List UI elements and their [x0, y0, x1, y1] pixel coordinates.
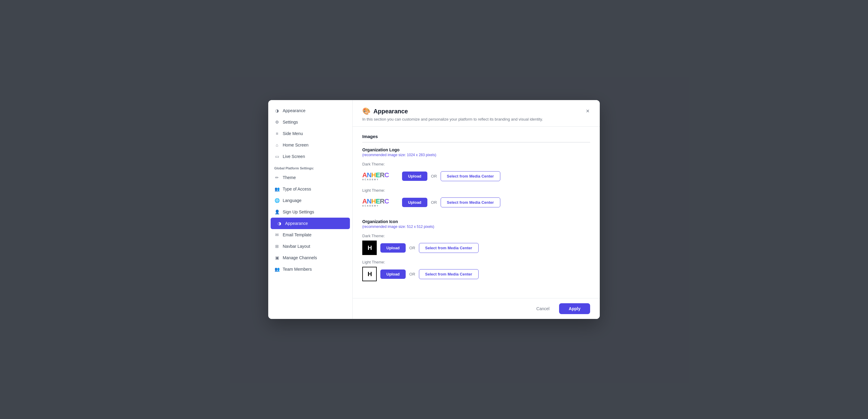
logo-light-theme-label: Light Theme: [362, 188, 590, 192]
cancel-button[interactable]: Cancel [530, 303, 556, 314]
screen-icon: ▭ [274, 154, 280, 159]
sidebar-item-email-template[interactable]: ✉ Email Template [268, 229, 352, 241]
modal-overlay: ◑ Appearance ⚙ Settings ≡ Side Menu ⌂ Ho… [0, 0, 868, 419]
sidebar-item-settings[interactable]: ⚙ Settings [268, 116, 352, 128]
sidebar-item-label: Language [283, 198, 301, 203]
logo-light-text: ANHERC [362, 198, 389, 205]
org-icon-title: Organization Icon [362, 219, 590, 224]
apply-button[interactable]: Apply [559, 303, 590, 314]
sidebar-item-label: Home Screen [283, 143, 309, 147]
sidebar-item-side-menu[interactable]: ≡ Side Menu [268, 128, 352, 139]
logo-dark-preview: ANHERC ACADEMY [362, 169, 398, 183]
appearance-active-icon: ◑ [277, 221, 282, 226]
team-icon: 👥 [274, 267, 280, 272]
org-logo-block: Organization Logo (recommended image siz… [362, 147, 590, 210]
main-panel: 🎨 Appearance In this section you can cus… [352, 100, 600, 319]
org-logo-subtitle: (recommended image size: 1024 x 283 pixe… [362, 153, 590, 157]
logo-light-upload-button[interactable]: Upload [402, 198, 427, 207]
icon-dark-or-text: OR [409, 246, 415, 250]
header-title-row: 🎨 Appearance [362, 107, 590, 115]
sidebar-item-sign-up-settings[interactable]: 👤 Sign Up Settings [268, 206, 352, 218]
channels-icon: ▣ [274, 255, 280, 261]
sidebar: ◑ Appearance ⚙ Settings ≡ Side Menu ⌂ Ho… [268, 100, 352, 319]
gear-icon: ⚙ [274, 119, 280, 125]
logo-dark-upload-button[interactable]: Upload [402, 172, 427, 181]
appearance-top-icon: ◑ [274, 108, 280, 113]
sidebar-item-label: Type of Access [283, 187, 311, 191]
sidebar-section-label: Global Platform Settings: [268, 162, 352, 172]
logo-dark-sub: ACADEMY [362, 178, 389, 181]
icon-dark-symbol: H [368, 244, 371, 251]
sidebar-item-label: Sign Up Settings [283, 210, 314, 214]
logo-dark-select-media-button[interactable]: Select from Media Center [441, 171, 500, 181]
org-icon-subtitle: (recommended image size: 512 x 512 pixel… [362, 225, 590, 229]
sidebar-item-label: Side Menu [283, 131, 303, 136]
logo-light-preview: ANHERC ACADEMY [362, 195, 398, 210]
sidebar-item-manage-channels[interactable]: ▣ Manage Channels [268, 252, 352, 264]
sidebar-item-language[interactable]: 🌐 Language [268, 195, 352, 206]
sidebar-item-appearance-active[interactable]: ◑ Appearance [271, 218, 350, 229]
sidebar-item-label: Settings [283, 120, 298, 124]
close-button[interactable]: × [583, 106, 592, 116]
logo-dark-upload-row: ANHERC ACADEMY Upload OR Select from Med… [362, 169, 590, 183]
sidebar-item-appearance-top[interactable]: ◑ Appearance [268, 105, 352, 116]
icon-dark-upload-button[interactable]: Upload [380, 243, 406, 252]
icon-dark-preview: H [362, 241, 377, 255]
logo-light-or-text: OR [431, 200, 437, 205]
icon-light-theme-row: Light Theme: H Upload OR Select from Med… [362, 260, 590, 281]
icon-light-preview: H [362, 267, 377, 281]
globe-icon: 🌐 [274, 198, 280, 203]
sidebar-item-label: Email Template [283, 232, 311, 237]
icon-light-theme-label: Light Theme: [362, 260, 590, 264]
sidebar-item-theme[interactable]: ✏ Theme [268, 172, 352, 183]
sidebar-item-label: Appearance [285, 221, 308, 226]
sidebar-item-label: Theme [283, 175, 296, 180]
modal-title: Appearance [373, 108, 408, 115]
logo-dark-theme-label: Dark Theme: [362, 162, 590, 167]
modal-subtitle: In this section you can customize and pe… [362, 117, 590, 121]
org-logo-title: Organization Logo [362, 147, 590, 152]
logo-light-sub: ACADEMY [362, 205, 389, 207]
main-header: 🎨 Appearance In this section you can cus… [352, 100, 600, 127]
logo-dark-text: ANHERC [362, 172, 389, 178]
person-icon: 👤 [274, 209, 280, 215]
icon-light-upload-row: H Upload OR Select from Media Center [362, 267, 590, 281]
modal-footer: Cancel Apply [352, 298, 600, 319]
sidebar-item-home-screen[interactable]: ⌂ Home Screen [268, 139, 352, 151]
org-icon-block: Organization Icon (recommended image siz… [362, 219, 590, 281]
logo-light-upload-row: ANHERC ACADEMY Upload OR Select from Med… [362, 195, 590, 210]
logo-light-select-media-button[interactable]: Select from Media Center [441, 198, 500, 207]
icon-light-or-text: OR [409, 272, 415, 276]
email-icon: ✉ [274, 232, 280, 238]
sidebar-item-type-of-access[interactable]: 👥 Type of Access [268, 183, 352, 195]
sidebar-item-label: Appearance [283, 108, 306, 113]
logo-light-theme-row: Light Theme: ANHERC ACADEMY Uploa [362, 188, 590, 210]
icon-dark-upload-row: H Upload OR Select from Media Center [362, 241, 590, 255]
sidebar-item-label: Manage Channels [283, 255, 317, 260]
pencil-icon: ✏ [274, 175, 280, 180]
icon-dark-theme-label: Dark Theme: [362, 234, 590, 238]
sidebar-item-navbar-layout[interactable]: ⊞ Navbar Layout [268, 241, 352, 252]
icon-dark-select-media-button[interactable]: Select from Media Center [419, 243, 478, 253]
main-body: Images Organization Logo (recommended im… [352, 127, 600, 298]
logo-dark-or-text: OR [431, 174, 437, 178]
sidebar-item-label: Team Members [283, 267, 312, 272]
people-icon: 👥 [274, 186, 280, 192]
appearance-modal: ◑ Appearance ⚙ Settings ≡ Side Menu ⌂ Ho… [268, 100, 600, 319]
logo-dark-theme-row: Dark Theme: ANHERC ACADEMY Upload [362, 162, 590, 183]
icon-light-select-media-button[interactable]: Select from Media Center [419, 269, 478, 279]
sidebar-item-label: Navbar Layout [283, 244, 310, 249]
icon-dark-theme-row: Dark Theme: H Upload OR Select from Medi… [362, 234, 590, 255]
sidebar-item-live-screen[interactable]: ▭ Live Screen [268, 151, 352, 162]
menu-icon: ≡ [274, 131, 280, 136]
sidebar-item-team-members[interactable]: 👥 Team Members [268, 264, 352, 275]
icon-light-upload-button[interactable]: Upload [380, 269, 406, 279]
sidebar-item-label: Live Screen [283, 154, 305, 159]
images-section-heading: Images [362, 134, 590, 143]
icon-light-symbol: H [368, 271, 371, 278]
home-icon: ⌂ [274, 142, 280, 148]
header-palette-icon: 🎨 [362, 107, 370, 115]
layout-icon: ⊞ [274, 244, 280, 249]
